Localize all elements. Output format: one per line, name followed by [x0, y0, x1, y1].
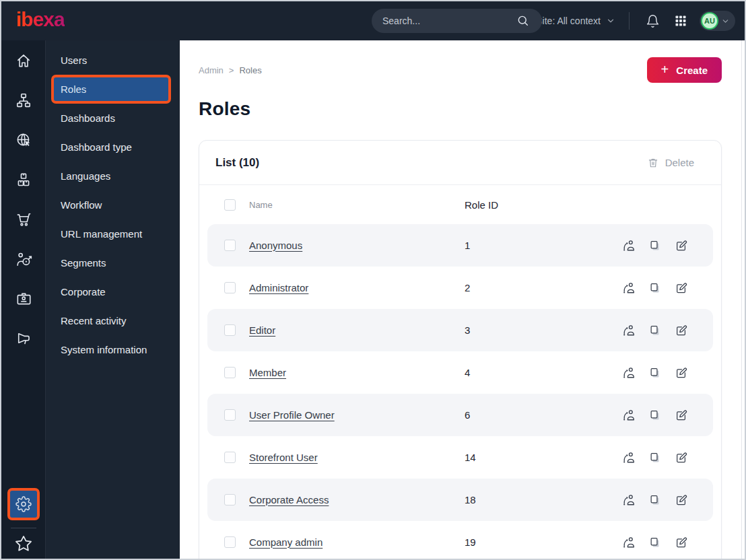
- bell-icon[interactable]: [643, 11, 662, 30]
- assign-user-icon[interactable]: [621, 365, 636, 380]
- assign-user-icon[interactable]: [621, 238, 636, 253]
- corporate-icon[interactable]: [14, 289, 33, 308]
- table-row: Member 4: [207, 351, 713, 394]
- sidebar-item-languages[interactable]: Languages: [46, 162, 180, 190]
- copy-icon[interactable]: [648, 408, 663, 423]
- row-checkbox[interactable]: [224, 494, 236, 505]
- sidebar-item-dashboard-type[interactable]: Dashboard type: [46, 133, 180, 162]
- assign-user-icon[interactable]: [621, 323, 636, 338]
- role-name-link[interactable]: Member: [249, 367, 286, 378]
- table-row: Editor 3: [207, 309, 713, 351]
- breadcrumb-separator: >: [229, 65, 234, 75]
- edit-icon[interactable]: [674, 365, 689, 380]
- table-row: Anonymous 1: [207, 224, 713, 267]
- edit-icon[interactable]: [674, 450, 689, 465]
- scrollbar[interactable]: [741, 40, 742, 559]
- edit-icon[interactable]: [674, 323, 689, 338]
- edit-icon[interactable]: [674, 238, 689, 253]
- role-name-link[interactable]: User Profile Owner: [249, 409, 335, 421]
- personalization-icon[interactable]: [14, 250, 33, 269]
- products-icon[interactable]: [14, 170, 33, 189]
- row-checkbox[interactable]: [224, 452, 236, 463]
- app-grid-icon[interactable]: [671, 11, 690, 30]
- role-name-link[interactable]: Company admin: [249, 536, 323, 548]
- copy-icon[interactable]: [648, 450, 663, 465]
- row-checkbox[interactable]: [224, 367, 236, 378]
- assign-user-icon[interactable]: [621, 535, 636, 550]
- delete-button-label: Delete: [665, 157, 694, 168]
- chevron-down-icon: [606, 16, 615, 26]
- copy-icon[interactable]: [648, 238, 663, 253]
- favorites-star-icon[interactable]: [14, 534, 33, 553]
- edit-icon[interactable]: [674, 281, 689, 295]
- avatar: AU: [701, 12, 718, 30]
- search-icon[interactable]: [514, 11, 533, 30]
- breadcrumb: Admin > Roles: [199, 65, 262, 75]
- row-checkbox[interactable]: [224, 282, 236, 293]
- copy-icon[interactable]: [648, 535, 663, 550]
- role-name-link[interactable]: Administrator: [249, 282, 308, 293]
- sidebar-item-corporate[interactable]: Corporate: [46, 277, 180, 306]
- assign-user-icon[interactable]: [621, 408, 636, 423]
- copy-icon[interactable]: [648, 493, 663, 508]
- home-icon[interactable]: [14, 51, 33, 70]
- site-context-label: Site: All context: [536, 15, 601, 26]
- delete-button[interactable]: Delete: [647, 157, 694, 169]
- row-checkbox[interactable]: [224, 536, 236, 548]
- commerce-icon[interactable]: [14, 210, 33, 229]
- list-title: List (10): [215, 156, 259, 170]
- table-header: Name Role ID: [199, 185, 721, 224]
- sidebar-item-users[interactable]: Users: [46, 46, 180, 75]
- role-id: 1: [465, 240, 621, 251]
- site-structure-icon[interactable]: [14, 91, 33, 110]
- sidebar-item-dashboards[interactable]: Dashboards: [46, 104, 180, 133]
- plus-icon: +: [661, 63, 669, 76]
- create-button-label: Create: [676, 65, 708, 76]
- sidebar-item-roles[interactable]: Roles: [51, 75, 171, 104]
- sidebar-item-recent-activity[interactable]: Recent activity: [46, 306, 180, 335]
- settings-icon[interactable]: [7, 488, 40, 520]
- role-name-link[interactable]: Editor: [249, 324, 275, 336]
- user-menu[interactable]: AU: [700, 11, 735, 31]
- column-header-role-id: Role ID: [465, 199, 621, 211]
- copy-icon[interactable]: [648, 323, 663, 338]
- role-name-link[interactable]: Anonymous: [249, 240, 302, 251]
- rail-divider: [11, 528, 36, 528]
- search-input[interactable]: [382, 15, 514, 26]
- sidebar-item-system-information[interactable]: System information: [46, 335, 180, 364]
- topbar-divider: [629, 12, 630, 30]
- roles-list-card: List (10) Delete Name Role ID Anonymous …: [199, 140, 722, 560]
- row-checkbox[interactable]: [224, 409, 236, 421]
- role-name-link[interactable]: Storefront User: [249, 452, 318, 463]
- assign-user-icon[interactable]: [621, 450, 636, 465]
- row-checkbox[interactable]: [224, 324, 236, 336]
- sidebar-item-workflow[interactable]: Workflow: [46, 190, 180, 219]
- assign-user-icon[interactable]: [621, 281, 636, 295]
- global-search[interactable]: [372, 9, 542, 33]
- app-window: ibexa Site: All context A: [0, 0, 746, 560]
- edit-icon[interactable]: [674, 408, 689, 423]
- edit-icon[interactable]: [674, 535, 689, 550]
- breadcrumb-section[interactable]: Admin: [199, 65, 224, 75]
- assign-user-icon[interactable]: [621, 493, 636, 508]
- sidebar-item-url-management[interactable]: URL management: [46, 219, 180, 248]
- copy-icon[interactable]: [648, 281, 663, 295]
- create-button[interactable]: + Create: [647, 57, 722, 83]
- icon-rail: [1, 40, 46, 559]
- row-checkbox[interactable]: [224, 240, 236, 251]
- web-icon[interactable]: [14, 131, 33, 149]
- column-header-name: Name: [249, 200, 465, 210]
- main-content: Admin > Roles + Create Roles List (10) D…: [180, 40, 745, 559]
- table-rows: Anonymous 1 Administrator 2: [199, 224, 721, 560]
- copy-icon[interactable]: [648, 365, 663, 380]
- role-id: 18: [465, 494, 621, 505]
- role-name-link[interactable]: Corporate Access: [249, 494, 329, 505]
- ibexa-logo: ibexa: [16, 9, 65, 32]
- role-id: 3: [465, 324, 621, 336]
- role-id: 6: [465, 409, 621, 421]
- marketing-icon[interactable]: [14, 329, 33, 348]
- select-all-checkbox[interactable]: [224, 199, 236, 211]
- sidebar-item-segments[interactable]: Segments: [46, 248, 180, 277]
- role-id: 14: [465, 452, 621, 463]
- edit-icon[interactable]: [674, 493, 689, 508]
